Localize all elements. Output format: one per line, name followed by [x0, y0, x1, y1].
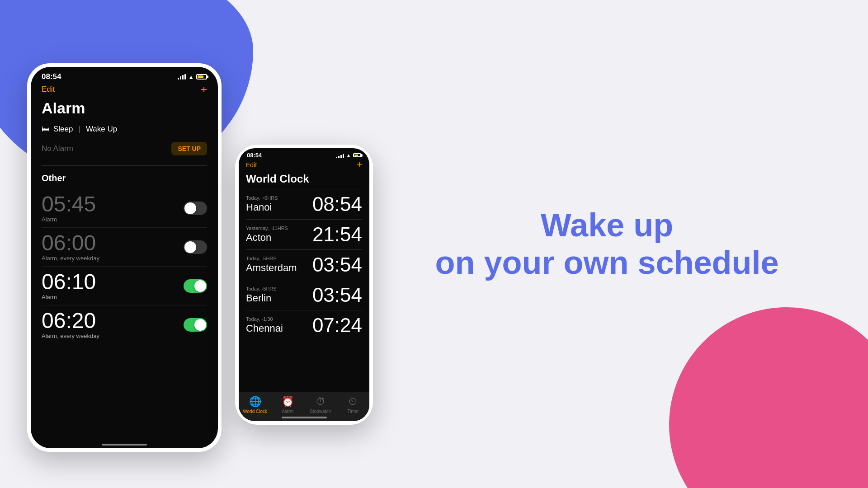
alarm-item-0620[interactable]: 06:20 Alarm, every weekday	[42, 305, 207, 344]
phones-area: 08:54 ▲	[27, 36, 373, 452]
wc-wifi-icon: ▲	[346, 153, 351, 158]
sleep-section: 🛏 Sleep | Wake Up No Alarm SET UP	[42, 124, 207, 166]
headline-line2: on your own schedule	[435, 244, 778, 282]
alarm-toggle-0600[interactable]	[184, 240, 207, 254]
alarm-time-0610: 06:10	[42, 271, 96, 293]
alarm-content: Edit + Alarm 🛏 Sleep | Wake Up No Alarm	[31, 83, 218, 344]
sleep-text: Sleep	[53, 125, 73, 134]
tab-stopwatch-label: Stopwatch	[310, 409, 331, 414]
alarm-label-0620: Alarm, every weekday	[42, 333, 99, 339]
sleep-label: 🛏 Sleep | Wake Up	[42, 124, 207, 134]
wc-city-chennai: Chennai	[246, 323, 283, 334]
wc-city-berlin: Berlin	[246, 292, 277, 304]
wc-city-acton: Acton	[246, 232, 288, 244]
alarm-toggle-0610[interactable]	[184, 279, 207, 293]
alarm-add-button[interactable]: +	[201, 83, 207, 96]
tab-alarm-label: Alarm	[282, 409, 293, 414]
wc-offset-hanoi: Today, +0HRS	[246, 195, 278, 201]
wc-time-chennai: 07:24	[312, 314, 362, 337]
tab-world-clock-label: World Clock	[243, 409, 267, 414]
wc-time-hanoi: 08:54	[312, 193, 362, 216]
tab-timer-label: Timer	[347, 409, 359, 414]
tab-timer[interactable]: ⏲ Timer	[337, 396, 369, 414]
alarm-item-0610[interactable]: 06:10 Alarm	[42, 267, 207, 305]
wc-time-amsterdam: 03:54	[312, 253, 362, 276]
wc-add-button[interactable]: +	[357, 160, 362, 170]
alarm-time-0600: 06:00	[42, 232, 99, 254]
wc-time-acton: 21:54	[312, 223, 362, 246]
alarm-title: Alarm	[42, 99, 207, 117]
phone-alarm: 08:54 ▲	[27, 63, 222, 452]
bed-icon: 🛏	[42, 124, 50, 134]
wc-offset-acton: Yesterday, -11HRS	[246, 225, 288, 231]
wc-status-bar: 08:54 ▲	[239, 148, 369, 160]
globe-icon: 🌐	[249, 396, 261, 408]
wc-signal-icon	[336, 153, 344, 158]
alarm-edit-button[interactable]: Edit	[42, 85, 55, 94]
wc-content: Edit + World Clock Today, +0HRS Hanoi 08…	[239, 160, 369, 340]
setup-button[interactable]: SET UP	[171, 142, 207, 155]
wc-item-acton: Yesterday, -11HRS Acton 21:54	[246, 219, 362, 249]
wc-item-hanoi: Today, +0HRS Hanoi 08:54	[246, 189, 362, 219]
wc-title: World Clock	[246, 173, 362, 185]
alarm-time-0620: 06:20	[42, 310, 99, 332]
no-alarm-row: No Alarm SET UP	[42, 139, 207, 158]
wc-offset-berlin: Today, -5HRS	[246, 286, 277, 291]
stopwatch-icon: ⏱	[316, 396, 326, 408]
alarm-status-time: 08:54	[42, 72, 61, 81]
wc-status-time: 08:54	[247, 152, 262, 159]
alarm-item-0545[interactable]: 05:45 Alarm	[42, 189, 207, 228]
home-indicator-1	[102, 444, 147, 446]
wc-offset-chennai: Today, -1:30	[246, 316, 283, 322]
wc-time-berlin: 03:54	[312, 284, 362, 306]
headline-line1: Wake up	[435, 206, 778, 244]
alarm-label-0610: Alarm	[42, 294, 96, 300]
wc-city-amsterdam: Amsterdam	[246, 262, 297, 274]
alarm-toggle-0620[interactable]	[184, 318, 207, 332]
tab-alarm[interactable]: ⏰ Alarm	[271, 396, 304, 414]
alarm-toggle-0545[interactable]	[184, 202, 207, 215]
timer-icon: ⏲	[348, 396, 358, 408]
headline: Wake up on your own schedule	[435, 206, 778, 282]
wc-offset-amsterdam: Today, -5HRS	[246, 256, 297, 261]
battery-icon	[196, 74, 207, 80]
wc-item-amsterdam: Today, -5HRS Amsterdam 03:54	[246, 249, 362, 280]
tab-world-clock[interactable]: 🌐 World Clock	[239, 396, 271, 414]
wifi-icon: ▲	[188, 74, 194, 80]
wc-item-berlin: Today, -5HRS Berlin 03:54	[246, 280, 362, 310]
home-indicator-2	[282, 417, 327, 418]
alarm-item-0600[interactable]: 06:00 Alarm, every weekday	[42, 228, 207, 267]
alarm-time-0545: 05:45	[42, 193, 96, 215]
alarm-header: Edit +	[42, 83, 207, 96]
wc-header: Edit +	[246, 160, 362, 170]
alarm-icon: ⏰	[282, 396, 294, 408]
wc-city-hanoi: Hanoi	[246, 202, 278, 213]
right-text-area: Wake up on your own schedule	[373, 206, 841, 282]
alarm-label-0600: Alarm, every weekday	[42, 255, 99, 262]
wc-battery-icon	[353, 153, 361, 157]
wc-edit-button[interactable]: Edit	[246, 161, 257, 169]
alarm-screen: 08:54 ▲	[31, 67, 218, 448]
signal-icon	[178, 74, 186, 80]
world-clock-screen: 08:54 ▲	[239, 148, 369, 421]
alarm-status-bar: 08:54 ▲	[31, 67, 218, 83]
main-content: 08:54 ▲	[0, 0, 868, 488]
phone-world-clock: 08:54 ▲	[235, 145, 373, 425]
no-alarm-text: No Alarm	[42, 144, 73, 153]
wc-item-chennai: Today, -1:30 Chennai 07:24	[246, 310, 362, 340]
other-section-title: Other	[42, 173, 207, 183]
wake-text: Wake Up	[86, 125, 117, 134]
alarm-status-icons: ▲	[178, 74, 207, 80]
tab-stopwatch[interactable]: ⏱ Stopwatch	[304, 396, 337, 414]
wc-status-icons: ▲	[336, 153, 361, 158]
alarm-label-0545: Alarm	[42, 216, 96, 223]
